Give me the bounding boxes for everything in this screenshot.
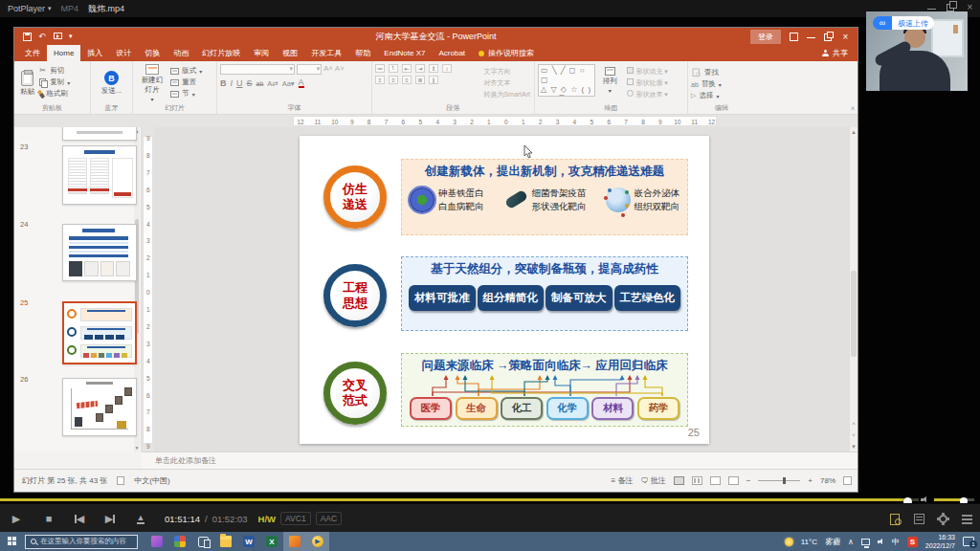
tab-Acrobat[interactable]: Acrobat — [432, 45, 472, 61]
ribbon-collapse-icon[interactable]: ˄ — [851, 105, 855, 112]
qat-dropdown-icon[interactable]: ▾ — [69, 33, 73, 40]
volume-bar[interactable] — [934, 498, 974, 501]
tab-设计[interactable]: 设计 — [109, 45, 138, 61]
align-right-icon[interactable]: ≡ — [402, 76, 412, 84]
slide-thumbnail-23[interactable] — [62, 145, 137, 205]
italic-button[interactable]: I — [231, 78, 234, 88]
reset-button[interactable]: 重置 — [170, 77, 202, 87]
section-button[interactable]: 节 ▾ — [170, 89, 202, 99]
weather-icon[interactable] — [785, 538, 793, 546]
badge-cross-paradigm[interactable]: 交叉 范式 — [323, 362, 387, 425]
tell-me-search[interactable]: 操作说明搜索 — [472, 45, 541, 61]
open-file-button[interactable]: ▲ — [128, 504, 153, 533]
text-direction-icon[interactable]: ↕ — [442, 64, 452, 73]
tab-Home[interactable]: Home — [47, 45, 80, 61]
speaker-icon[interactable] — [878, 539, 884, 544]
select-button[interactable]: ▷选择 ▾ — [691, 91, 722, 100]
quick-upload-button[interactable]: ∞ 极速上传 — [873, 16, 934, 30]
badge-engineering-thinking[interactable]: 工程 思想 — [323, 264, 387, 327]
taskbar-search[interactable]: 在这里输入你要搜索的内容 — [25, 535, 138, 549]
tray-expand-icon[interactable]: ∧ — [848, 538, 854, 546]
zoom-percent[interactable]: 78% — [820, 476, 835, 485]
notes-toggle[interactable]: ≡ 备注 — [612, 475, 634, 486]
arrange-button[interactable]: 排列▾ — [597, 64, 622, 97]
font-color-button[interactable]: A — [299, 78, 304, 88]
canvas-scrollbar[interactable]: ▲ ˄ ˅ ▼ — [849, 127, 858, 452]
line-spacing-icon[interactable]: ⇕ — [429, 64, 438, 73]
previous-slide-button[interactable]: ˄ — [850, 421, 858, 427]
delivery-box[interactable]: 创建新载体，提出新机制，攻克精准递送难题 砷基铁蛋白白血病靶向细菌骨架疫苗形状强… — [401, 159, 688, 235]
word-icon[interactable]: W — [237, 532, 260, 551]
app-icon-photos[interactable] — [168, 532, 191, 551]
case-button[interactable]: Aa▾ — [282, 79, 295, 88]
tab-插入[interactable]: 插入 — [80, 45, 109, 61]
text-direction-button[interactable]: 文字方向 — [483, 67, 530, 77]
bold-button[interactable]: B — [220, 78, 227, 88]
language-label[interactable]: 中文(中国) — [134, 475, 169, 486]
justify-icon[interactable]: ≣ — [415, 76, 425, 84]
play-button[interactable]: ▶ — [4, 504, 29, 533]
engineering-box[interactable]: 基于天然组分，突破制备瓶颈，提高成药性 材料可批准组分精简化制备可放大工艺绿色化 — [401, 256, 688, 331]
tab-审阅[interactable]: 审阅 — [247, 45, 276, 61]
zoom-out-button[interactable]: − — [746, 476, 751, 485]
volume-icon[interactable] — [921, 496, 928, 503]
abc-strike-icon[interactable]: ab — [256, 80, 264, 87]
tab-动画[interactable]: 动画 — [167, 45, 195, 61]
ppt-restore-icon[interactable] — [824, 33, 833, 41]
action-center-icon[interactable]: 1 — [963, 537, 974, 546]
tab-切换[interactable]: 切换 — [138, 45, 167, 61]
next-button[interactable]: ▶ — [98, 504, 122, 533]
seek-bar[interactable] — [0, 498, 919, 501]
new-slide-button[interactable]: 新建幻灯片▾ — [136, 64, 168, 102]
reading-view-button[interactable] — [710, 476, 721, 485]
tab-开发工具[interactable]: 开发工具 — [304, 45, 348, 61]
playlist-icon[interactable] — [914, 514, 924, 524]
find-button[interactable]: 查找 — [691, 67, 722, 77]
slide-thumbnail-26[interactable] — [62, 378, 137, 436]
minimize-icon[interactable] — [927, 3, 936, 11]
shapes-gallery[interactable]: ▭ ╲ ╱ ◻ ○ ▢△ ▽ ◇ ☆ ( )□ ○ ⌒ { } ◠ — [538, 64, 595, 97]
slide-thumbnail-25[interactable] — [62, 301, 137, 364]
taskbar-clock[interactable]: 16:33 2022/12/7 — [925, 533, 955, 550]
paste-button[interactable]: 粘贴 — [17, 64, 37, 102]
cut-button[interactable]: ✂剪切 — [39, 66, 70, 76]
zoom-slider[interactable] — [758, 480, 800, 481]
tab-文件[interactable]: 文件 — [18, 45, 47, 61]
tab-视图[interactable]: 视图 — [276, 45, 304, 61]
font-name-select[interactable] — [220, 64, 295, 75]
slide[interactable]: 仿生 递送 创建新载体，提出新机制，攻克精准递送难题 砷基铁蛋白白血病靶向细菌骨… — [300, 136, 709, 444]
slide-sorter-button[interactable] — [692, 476, 702, 485]
strikethrough-button[interactable]: S — [247, 78, 253, 88]
slide-thumbnail-24[interactable] — [62, 224, 137, 281]
shape-outline-button[interactable]: 形状轮廓 ▾ — [627, 78, 667, 88]
file-explorer-icon[interactable] — [214, 532, 237, 551]
ribbon-options-icon[interactable] — [790, 33, 798, 41]
stop-button[interactable]: ■ — [36, 504, 61, 533]
align-left-icon[interactable]: ≡ — [375, 76, 385, 84]
weather-condition[interactable]: 雾霾 — [825, 537, 840, 547]
undo-icon[interactable]: ↶ — [38, 33, 47, 41]
align-center-icon[interactable]: ≡ — [389, 76, 398, 84]
app-icon-orange[interactable] — [283, 532, 306, 551]
potplayer-menu[interactable]: PotPlayer▾ — [8, 4, 52, 13]
char-spacing-button[interactable]: A⇄ — [267, 79, 278, 88]
indent-increase-icon[interactable]: ⇥ — [415, 64, 425, 73]
slideshow-icon[interactable] — [54, 33, 62, 41]
tab-帮助[interactable]: 帮助 — [348, 45, 377, 61]
comments-toggle[interactable]: 🗨 批注 — [640, 475, 665, 486]
format-painter-button[interactable]: 格式刷 — [39, 89, 70, 99]
indent-decrease-icon[interactable]: ⇤ — [402, 64, 412, 73]
tab-EndNote X7[interactable]: EndNote X7 — [377, 45, 432, 61]
replace-button[interactable]: ab替换 ▾ — [691, 79, 722, 89]
restore-icon[interactable] — [947, 3, 955, 11]
zoom-in-button[interactable]: + — [808, 476, 813, 485]
sogou-ime-icon[interactable]: S — [907, 537, 918, 547]
layout-button[interactable]: 版式 ▾ — [170, 66, 202, 76]
slideshow-view-button[interactable] — [728, 476, 739, 485]
weather-temp[interactable]: 11°C — [801, 538, 817, 546]
shape-fill-button[interactable]: 形状填充 ▾ — [627, 67, 667, 77]
smartart-button[interactable]: 转换为SmartArt — [483, 90, 530, 99]
player-menu-icon[interactable] — [962, 514, 972, 524]
slide-thumbnail[interactable] — [62, 127, 137, 141]
badge-biomimetic-delivery[interactable]: 仿生 递送 — [323, 165, 387, 229]
